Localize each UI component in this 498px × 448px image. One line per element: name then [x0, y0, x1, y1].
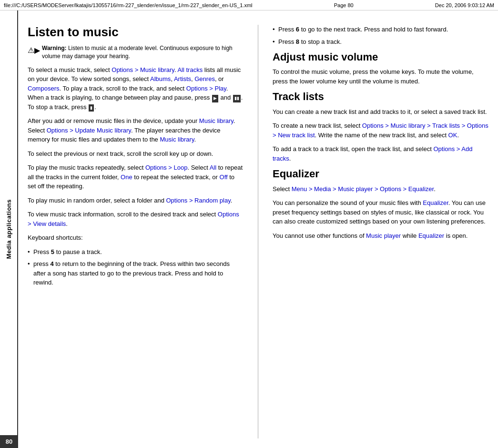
sidebar-label: Media applications: [5, 199, 12, 259]
left-column: Listen to music ⚠▶ Warning: Listen to mu…: [28, 25, 244, 438]
warning-box: ⚠▶ Warning: Listen to music at a moderat…: [28, 44, 244, 61]
para-4: To play the music tracks repeatedly, sel…: [28, 163, 244, 191]
para-1: To select a music track, select Options …: [28, 65, 244, 112]
section-adjust-volume: Adjust music volume: [273, 51, 488, 63]
play-icon: ▶: [212, 95, 218, 102]
link-music-player[interactable]: Music player: [366, 232, 401, 239]
date-label: Dec 20, 2006 9:03:12 AM: [435, 2, 494, 8]
link-random-play[interactable]: Options > Random play: [166, 197, 230, 204]
link-one[interactable]: One: [121, 173, 132, 181]
warning-body: Listen to music at a moderate level. Con…: [42, 45, 233, 60]
warning-bold-label: Warning:: [42, 45, 67, 51]
file-path: file:///C:/USERS/MODEServer/lkatajis/130…: [4, 2, 253, 8]
bullet-list-right-top: Press 6 to go to the next track. Press a…: [273, 25, 488, 46]
link-view-details[interactable]: Options > View details: [28, 211, 239, 227]
adjust-volume-text: To control the music volume, press the v…: [273, 67, 488, 86]
bullet-item-8: Press 8 to stop a track.: [273, 37, 488, 47]
stop-icon: ▮: [89, 104, 94, 112]
main-content: Listen to music ⚠▶ Warning: Listen to mu…: [18, 10, 498, 448]
link-albums[interactable]: Albums: [150, 75, 171, 82]
link-options-loop[interactable]: Options > Loop: [145, 164, 188, 171]
bullet-item: press 4 to return to the beginning of th…: [28, 259, 244, 287]
page-container: Media applications 80 Listen to music ⚠▶…: [0, 10, 498, 448]
equalizer-text-2: You can personalize the sound of your mu…: [273, 198, 488, 226]
bullet-item-6: Press 6 to go to the next track. Press a…: [273, 25, 488, 34]
page-number: 80: [0, 435, 18, 448]
link-options-play[interactable]: Options > Play: [186, 85, 226, 92]
top-bar: file:///C:/USERS/MODEServer/lkatajis/130…: [0, 0, 498, 10]
bullet-list-left: Press 5 to pause a track. press 4 to ret…: [28, 247, 244, 287]
warning-text: Warning: Listen to music at a moderate l…: [42, 44, 244, 61]
track-lists-text-1: You can create a new track list and add …: [273, 107, 488, 117]
link-musiclibrary-2[interactable]: Music library: [160, 136, 194, 143]
link-genres[interactable]: Genres: [194, 75, 215, 82]
equalizer-text-1: Select Menu > Media > Music player > Opt…: [273, 184, 488, 194]
link-equalizer-2[interactable]: Equalizer: [418, 232, 444, 239]
sidebar: Media applications 80: [0, 10, 18, 448]
key-8: 8: [296, 38, 299, 45]
equalizer-text-3: You cannot use other functions of Music …: [273, 231, 488, 241]
key-4: 4: [50, 260, 53, 267]
link-composers[interactable]: Composers: [28, 85, 59, 92]
link-musiclibrary[interactable]: Music library: [199, 117, 234, 124]
pause-icon: ▮▮: [233, 95, 241, 102]
link-menu-media-musicplayer-options-equalizer[interactable]: Menu > Media > Music player > Options > …: [292, 185, 434, 193]
main-heading: Listen to music: [28, 25, 244, 40]
link-options-musiclibrary[interactable]: Options > Music library: [112, 66, 174, 73]
bullet-item: Press 5 to pause a track.: [28, 247, 244, 257]
para-3: To select the previous or next track, sc…: [28, 149, 244, 159]
link-options-addtracks[interactable]: Options > Add tracks: [273, 145, 472, 162]
warning-icon: ⚠▶: [28, 45, 40, 56]
link-artists[interactable]: Artists: [174, 75, 191, 82]
link-ok[interactable]: OK: [448, 132, 457, 139]
link-all[interactable]: All: [210, 164, 216, 171]
section-track-lists: Track lists: [273, 91, 488, 103]
track-lists-text-2: To create a new track list, select Optio…: [273, 121, 488, 140]
link-options-update[interactable]: Options > Update Music library: [47, 127, 131, 134]
para-2: After you add or remove music files in t…: [28, 116, 244, 144]
right-column: Press 6 to go to the next track. Press a…: [273, 25, 488, 438]
section-equalizer: Equalizer: [273, 168, 488, 180]
link-equalizer-1[interactable]: Equalizer: [423, 199, 448, 206]
keyboard-shortcuts-label: Keyboard shortcuts:: [28, 233, 244, 243]
para-6: To view music track information, scroll …: [28, 210, 244, 228]
column-divider: [258, 25, 258, 438]
link-alltracks[interactable]: All tracks: [177, 66, 203, 73]
track-lists-text-3: To add a track to a track list, open the…: [273, 144, 488, 163]
key-5: 5: [51, 248, 54, 255]
para-5: To play music in random order, select a …: [28, 196, 244, 205]
key-6: 6: [296, 26, 299, 33]
page-label: Page 80: [334, 2, 354, 8]
